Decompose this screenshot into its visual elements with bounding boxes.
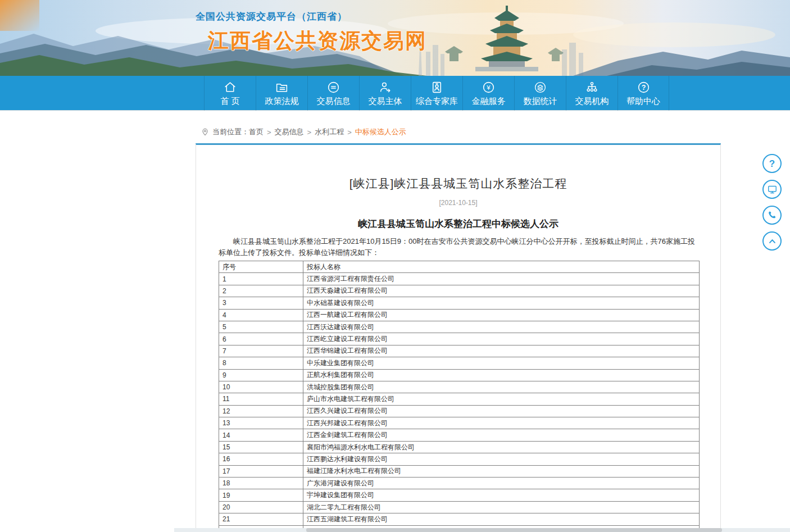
bidder-name-cell: 中水础基建设有限公司	[303, 297, 700, 309]
platform-title: 全国公共资源交易平台（江西省）	[196, 10, 427, 23]
row-index-cell: 9	[219, 369, 303, 381]
monitor-button[interactable]	[762, 180, 782, 199]
table-row: 12江西久兴建设工程有限公司	[219, 405, 700, 417]
table-row: 13江西兴邦建设工程有限公司	[219, 417, 700, 429]
site-title: 江西省公共资源交易网	[196, 27, 427, 55]
row-index-cell: 7	[219, 345, 303, 357]
bidder-name-cell: 江西一航建设工程有限公司	[303, 309, 700, 321]
nav-item-trade-subject[interactable]: 交易主体	[359, 76, 411, 111]
help-button[interactable]: ?	[762, 154, 782, 173]
bidder-name-cell: 江西久兴建设工程有限公司	[303, 405, 700, 417]
row-index-cell: 11	[219, 393, 303, 405]
breadcrumb: 当前位置： 首页 > 交易信息 > 水利工程 > 中标候选人公示	[201, 127, 406, 137]
yuan-circle-icon: ¥	[482, 80, 496, 94]
bidder-name-cell: 江西天淼建设工程有限公司	[303, 285, 700, 297]
nav-item-help-center[interactable]: ? 帮助中心	[618, 76, 669, 111]
table-row: 10洪城控股集团有限公司	[219, 381, 700, 393]
row-index-cell: 21	[219, 513, 303, 525]
bidder-name-cell: 襄阳市鸿福源水利水电工程有限公司	[303, 441, 700, 453]
table-row: 6江西屹立建设工程有限公司	[219, 333, 700, 345]
row-index-cell: 19	[219, 489, 303, 501]
header-bidder-name: 投标人名称	[303, 261, 700, 273]
id-card-icon	[430, 80, 444, 94]
breadcrumb-link-water-projects[interactable]: 水利工程	[315, 127, 344, 137]
table-row: 7江西华锦建设工程有限公司	[219, 345, 700, 357]
row-index-cell: 4	[219, 309, 303, 321]
main-navbar: 首 页 政策法规 交易信息 交易主体 综合专家库 ¥ 金融服务 数据统计 交易机	[0, 76, 790, 111]
back-to-top-button[interactable]	[762, 231, 782, 251]
banner-titles: 全国公共资源交易平台（江西省） 江西省公共资源交易网	[196, 10, 427, 55]
bidder-name-cell: 江西金剑建筑工程有限公司	[303, 429, 700, 441]
bidder-name-cell: 中乐建业集团有限公司	[303, 357, 700, 369]
row-index-cell: 1	[219, 273, 303, 285]
row-index-cell: 20	[219, 501, 303, 513]
table-row: 2江西天淼建设工程有限公司	[219, 285, 700, 297]
info-circle-icon	[326, 80, 340, 94]
breadcrumb-separator: >	[347, 128, 352, 137]
table-row: 19宇坤建设集团有限公司	[219, 489, 700, 501]
breadcrumb-link-home[interactable]: 首页	[249, 127, 264, 137]
row-index-cell: 2	[219, 285, 303, 297]
monitor-icon	[767, 184, 778, 195]
nav-item-policies[interactable]: 政策法规	[256, 76, 307, 111]
bidder-name-cell: 庐山市水电建筑工程有限公司	[303, 393, 700, 405]
bidders-tbody: 1江西省源河工程有限责任公司2江西天淼建设工程有限公司3中水础基建设有限公司4江…	[219, 273, 700, 532]
table-row: 14江西金剑建筑工程有限公司	[219, 429, 700, 441]
breadcrumb-separator: >	[307, 128, 312, 137]
site-banner: 全国公共资源交易平台（江西省） 江西省公共资源交易网	[0, 0, 790, 76]
table-row: 15襄阳市鸿福源水利水电工程有限公司	[219, 441, 700, 453]
row-index-cell: 16	[219, 453, 303, 465]
row-index-cell: 6	[219, 333, 303, 345]
question-icon: ?	[769, 159, 775, 169]
table-row: 17福建江隆水利水电工程有限公司	[219, 465, 700, 477]
folder-icon	[275, 80, 289, 94]
nav-item-expert-library[interactable]: 综合专家库	[411, 76, 462, 111]
nav-item-home[interactable]: 首 页	[204, 76, 256, 111]
bidders-table: 序号 投标人名称 1江西省源河工程有限责任公司2江西天淼建设工程有限公司3中水础…	[219, 261, 700, 532]
svg-text:¥: ¥	[486, 84, 491, 90]
nav-item-financial-services[interactable]: ¥ 金融服务	[462, 76, 514, 111]
horizontal-scrollbar-thumb[interactable]	[306, 528, 722, 532]
bidder-name-cell: 江西华锦建设工程有限公司	[303, 345, 700, 357]
page-title: [峡江县]峡江县县城玉笥山水系整治工程	[196, 176, 720, 192]
table-row: 3中水础基建设有限公司	[219, 297, 700, 309]
nav-item-trading-institutions[interactable]: 交易机构	[566, 76, 618, 111]
svg-text:?: ?	[641, 83, 646, 91]
table-row: 1江西省源河工程有限责任公司	[219, 273, 700, 285]
breadcrumb-link-trade-info[interactable]: 交易信息	[275, 127, 304, 137]
bidder-name-cell: 江西沃达建设有限公司	[303, 321, 700, 333]
phone-button[interactable]	[762, 206, 782, 225]
table-row: 11庐山市水电建筑工程有限公司	[219, 393, 700, 405]
org-chart-icon	[585, 80, 599, 94]
nav-menu: 首 页 政策法规 交易信息 交易主体 综合专家库 ¥ 金融服务 数据统计 交易机	[204, 76, 669, 111]
location-pin-icon	[201, 128, 209, 136]
home-icon	[223, 80, 237, 94]
article-subtitle: 峡江县县城玉笥山水系整治工程中标候选人公示	[196, 217, 720, 230]
bidder-name-cell: 江西省源河工程有限责任公司	[303, 273, 700, 285]
table-row: 16江西鹏达水利建设有限公司	[219, 453, 700, 465]
back-to-top-icon	[767, 236, 778, 247]
article-panel: [峡江县]峡江县县城玉笥山水系整治工程 [2021-10-15] 峡江县县城玉笥…	[196, 143, 721, 532]
table-row: 8中乐建业集团有限公司	[219, 357, 700, 369]
phone-icon	[767, 210, 777, 220]
table-row: 18广东港河建设有限公司	[219, 478, 700, 489]
row-index-cell: 15	[219, 441, 303, 453]
bidder-name-cell: 江西五湖建筑工程有限公司	[303, 513, 700, 525]
breadcrumb-current: 中标候选人公示	[355, 127, 406, 137]
floating-toolbar: ?	[762, 154, 782, 251]
table-row: 9正航水利集团有限公司	[219, 369, 700, 381]
row-index-cell: 12	[219, 405, 303, 417]
row-index-cell: 13	[219, 417, 303, 429]
table-row: 4江西一航建设工程有限公司	[219, 309, 700, 321]
breadcrumb-prefix: 当前位置：	[212, 127, 249, 137]
nav-item-trade-info[interactable]: 交易信息	[307, 76, 359, 111]
bidder-name-cell: 广东港河建设有限公司	[303, 478, 700, 489]
article-date: [2021-10-15]	[196, 199, 720, 207]
row-index-cell: 5	[219, 321, 303, 333]
nav-item-data-statistics[interactable]: 数据统计	[514, 76, 566, 111]
header-index: 序号	[219, 261, 303, 273]
layers-icon	[533, 80, 547, 94]
bidder-name-cell: 江西兴邦建设工程有限公司	[303, 417, 700, 429]
article-body: 峡江县县城玉笥山水系整治工程于2021年10月15日9：00时在吉安市公共资源交…	[219, 236, 699, 258]
question-circle-icon: ?	[637, 80, 651, 94]
